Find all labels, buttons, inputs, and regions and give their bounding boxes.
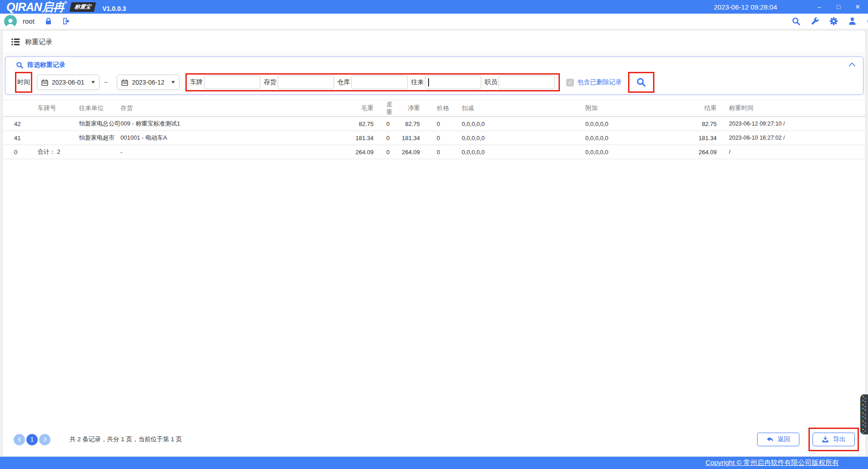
registered-mark: ®	[64, 0, 67, 5]
pagination-summary: 共 2 条记录，共分 1 页，当前位于第 1 页	[70, 435, 182, 444]
cell-price: 0	[420, 145, 453, 159]
date-from-select[interactable]: 2023-06-01	[37, 75, 100, 90]
cell-plate	[38, 131, 79, 145]
col-plate: 车牌号	[38, 100, 79, 117]
wrench-icon[interactable]	[811, 17, 819, 25]
search-icon[interactable]	[792, 17, 801, 26]
annotation-box-search	[628, 72, 654, 93]
app-window: QIRAN启冉® 称重宝 V1.0.0.3 2023-06-12 09:28:0…	[0, 0, 868, 469]
col-weigh-time: 称重时间	[717, 100, 866, 117]
cell-id: 0	[3, 145, 38, 159]
date-from-value: 2023-06-01	[52, 79, 88, 86]
annotation-box-export: 导出	[808, 428, 859, 451]
gear-icon[interactable]	[829, 17, 838, 25]
cell-tare: 0	[374, 117, 394, 131]
back-button[interactable]: 返回	[757, 433, 799, 446]
chevron-right-icon	[43, 437, 47, 442]
cell-tare: 0	[374, 145, 394, 159]
cell-net: 264.09	[394, 145, 420, 159]
cell-price: 0	[420, 117, 453, 131]
dropdown-arrow-icon	[171, 81, 175, 84]
page-title: 称重记录	[25, 38, 52, 46]
staff-input[interactable]	[499, 76, 555, 89]
col-tare: 皮重	[374, 100, 394, 117]
cell-company	[79, 145, 120, 159]
avatar[interactable]	[4, 15, 17, 28]
warehouse-input[interactable]	[351, 76, 408, 89]
include-deleted-checkbox[interactable]: ✓	[566, 79, 574, 86]
export-button[interactable]: 导出	[813, 433, 855, 446]
time-label: 时间	[17, 78, 30, 86]
cell-gross: 181.34	[346, 131, 374, 145]
date-range-separator: ~	[104, 79, 108, 86]
cell-company: 怡新家电总公司	[79, 117, 120, 131]
prev-page-button[interactable]	[14, 434, 25, 445]
date-to-select[interactable]: 2023-06-12	[117, 75, 180, 90]
cell-net: 82.75	[394, 117, 420, 131]
cell-id: 41	[3, 131, 38, 145]
back-arrow-icon	[766, 437, 773, 443]
col-net: 净重	[394, 100, 420, 117]
cell-gross: 264.09	[346, 145, 374, 159]
collapse-chevron-icon[interactable]	[848, 62, 856, 67]
records-table: 车牌号 往来单位 存货 毛重 皮重 净重 价格 扣减 附加 结果 称重时间 42	[3, 100, 866, 159]
close-button[interactable]: ✕	[848, 0, 867, 14]
inventory-label: 存货	[264, 78, 276, 86]
current-page-button[interactable]: 1	[26, 434, 38, 445]
contact-input[interactable]	[425, 76, 481, 89]
user-icon[interactable]	[848, 17, 857, 25]
app-version: V1.0.0.3	[102, 5, 126, 12]
dropdown-arrow-icon	[91, 81, 95, 84]
table-row[interactable]: 41 怡新家电超市 001001 - 电动车A 181.34 0 181.34 …	[3, 131, 866, 145]
cell-tare: 0	[374, 131, 394, 145]
cell-result: 264.09	[678, 145, 717, 159]
cell-inventory: -	[120, 145, 346, 159]
filter-panel: 筛选称重记录 时间	[5, 56, 863, 95]
text-caret	[428, 78, 429, 86]
cell-inventory: 001001 - 电动车A	[120, 131, 346, 145]
cell-deduction: 0,0,0,0,0	[453, 117, 580, 131]
cell-net: 181.34	[394, 131, 420, 145]
logout-icon[interactable]	[62, 17, 70, 25]
cell-addition: 0,0,0,0,0	[580, 145, 678, 159]
annotation-box-fields: 车牌 存货 仓库 往来	[185, 73, 560, 91]
cell-total: 合计： 2	[38, 145, 79, 159]
lock-icon[interactable]	[45, 17, 52, 25]
footer-bar: Copyright © 常州启冉软件有限公司版权所有	[0, 457, 868, 469]
logo-badge: 称重宝	[70, 2, 96, 12]
cell-id: 42	[3, 117, 38, 131]
cell-gross: 82.75	[346, 117, 374, 131]
cell-result: 181.34	[678, 131, 717, 145]
contact-label: 往来	[411, 78, 424, 86]
cell-addition: 0,0,0,0,0	[580, 117, 678, 131]
cell-addition: 0,0,0,0,0	[580, 131, 678, 145]
person-silhouette-icon	[5, 17, 16, 28]
search-button[interactable]	[636, 77, 646, 87]
include-deleted-label: 包含已删除记录	[577, 78, 622, 86]
clock: 2023-06-12 09:28:04	[714, 3, 777, 11]
col-inventory: 存货	[120, 100, 346, 117]
cell-plate	[38, 117, 79, 131]
include-deleted-group: ✓ 包含已删除记录	[566, 78, 622, 86]
col-id	[3, 100, 38, 117]
cell-deduction: 0,0,0,0,0	[453, 131, 580, 145]
toolbar-icons	[792, 14, 868, 29]
copyright-text: Copyright © 常州启冉软件有限公司版权所有	[705, 459, 839, 467]
minimize-button[interactable]: –	[810, 0, 829, 14]
chevron-left-icon	[17, 437, 22, 442]
plate-input[interactable]	[204, 76, 260, 89]
table-row[interactable]: 42 怡新家电总公司 009 - 称重宝标准测试1 82.75 0 82.75 …	[3, 117, 866, 131]
title-bar: QIRAN启冉® 称重宝 V1.0.0.3 2023-06-12 09:28:0…	[0, 0, 868, 14]
next-page-button[interactable]	[39, 434, 50, 445]
filter-panel-title: 筛选称重记录	[27, 61, 65, 69]
edge-dock-handle[interactable]	[860, 394, 868, 434]
table-header-row: 车牌号 往来单位 存货 毛重 皮重 净重 价格 扣减 附加 结果 称重时间	[3, 100, 866, 117]
cell-weigh-time: 2023-06-12 09:27:10 /	[717, 117, 866, 131]
maximize-button[interactable]: □	[829, 0, 848, 14]
cell-price: 0	[420, 131, 453, 145]
calendar-icon	[121, 79, 128, 86]
col-price: 价格	[420, 100, 453, 117]
cell-weigh-time: 2023-06-10 16:27:02 /	[717, 131, 866, 145]
filter-row: 时间 2023-06-01 ~	[5, 72, 863, 93]
inventory-input[interactable]	[278, 76, 334, 89]
